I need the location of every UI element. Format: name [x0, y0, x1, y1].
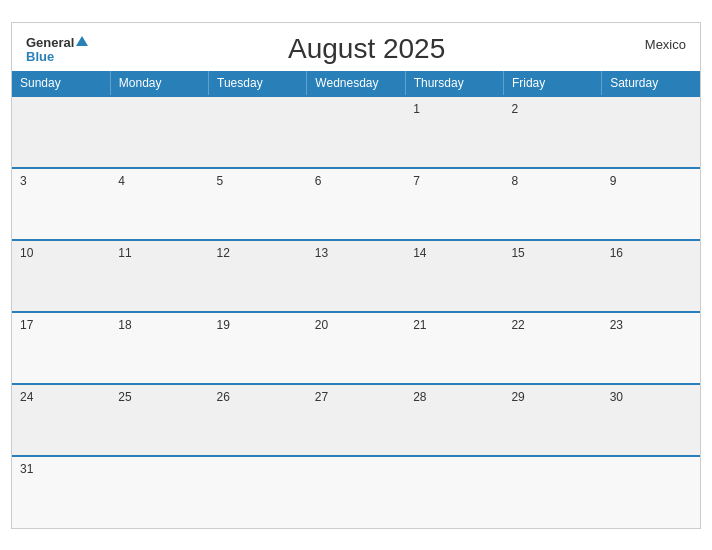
calendar-day-cell: 15 [503, 240, 601, 312]
logo-general-text: General [26, 33, 88, 51]
day-number: 29 [511, 390, 524, 404]
calendar-day-cell: 29 [503, 384, 601, 456]
calendar-day-cell: 19 [209, 312, 307, 384]
calendar-day-cell: 18 [110, 312, 208, 384]
calendar-day-cell: 27 [307, 384, 405, 456]
header-monday: Monday [110, 71, 208, 96]
calendar-week-row: 17181920212223 [12, 312, 700, 384]
day-number: 24 [20, 390, 33, 404]
calendar-day-cell [110, 456, 208, 528]
calendar-day-cell: 1 [405, 96, 503, 168]
day-number: 30 [610, 390, 623, 404]
calendar-day-cell: 7 [405, 168, 503, 240]
calendar-day-cell [110, 96, 208, 168]
day-number: 8 [511, 174, 518, 188]
calendar-day-cell: 2 [503, 96, 601, 168]
day-number: 4 [118, 174, 125, 188]
day-number: 5 [217, 174, 224, 188]
calendar-day-cell [405, 456, 503, 528]
calendar-day-cell: 21 [405, 312, 503, 384]
calendar-day-cell: 25 [110, 384, 208, 456]
day-number: 26 [217, 390, 230, 404]
calendar-day-cell: 31 [12, 456, 110, 528]
day-number: 11 [118, 246, 131, 260]
calendar-day-cell [209, 456, 307, 528]
day-number: 18 [118, 318, 131, 332]
calendar-day-cell [602, 456, 700, 528]
calendar-day-cell: 28 [405, 384, 503, 456]
calendar-day-cell: 12 [209, 240, 307, 312]
calendar-country: Mexico [645, 37, 686, 52]
logo: General Blue [26, 33, 88, 65]
calendar-day-cell: 8 [503, 168, 601, 240]
day-number: 2 [511, 102, 518, 116]
day-number: 17 [20, 318, 33, 332]
calendar-day-cell [602, 96, 700, 168]
calendar-week-row: 10111213141516 [12, 240, 700, 312]
header-thursday: Thursday [405, 71, 503, 96]
day-number: 13 [315, 246, 328, 260]
calendar-day-cell: 6 [307, 168, 405, 240]
calendar-day-cell [307, 96, 405, 168]
day-number: 25 [118, 390, 131, 404]
day-number: 14 [413, 246, 426, 260]
day-number: 9 [610, 174, 617, 188]
calendar-day-cell: 20 [307, 312, 405, 384]
day-number: 22 [511, 318, 524, 332]
weekday-header-row: Sunday Monday Tuesday Wednesday Thursday… [12, 71, 700, 96]
day-number: 27 [315, 390, 328, 404]
day-number: 19 [217, 318, 230, 332]
day-number: 21 [413, 318, 426, 332]
calendar-day-cell: 13 [307, 240, 405, 312]
calendar-day-cell [12, 96, 110, 168]
day-number: 12 [217, 246, 230, 260]
calendar-day-cell: 24 [12, 384, 110, 456]
calendar-day-cell: 5 [209, 168, 307, 240]
logo-blue-text: Blue [26, 50, 54, 64]
calendar-week-row: 12 [12, 96, 700, 168]
day-number: 28 [413, 390, 426, 404]
calendar-day-cell: 11 [110, 240, 208, 312]
calendar-day-cell: 3 [12, 168, 110, 240]
calendar-day-cell: 30 [602, 384, 700, 456]
day-number: 15 [511, 246, 524, 260]
header-saturday: Saturday [602, 71, 700, 96]
calendar-day-cell: 17 [12, 312, 110, 384]
header-tuesday: Tuesday [209, 71, 307, 96]
day-number: 16 [610, 246, 623, 260]
header-friday: Friday [503, 71, 601, 96]
day-number: 3 [20, 174, 27, 188]
calendar-day-cell: 9 [602, 168, 700, 240]
day-number: 10 [20, 246, 33, 260]
calendar-day-cell [209, 96, 307, 168]
logo-triangle-icon [76, 36, 88, 46]
calendar-grid: Sunday Monday Tuesday Wednesday Thursday… [12, 71, 700, 528]
calendar-week-row: 31 [12, 456, 700, 528]
calendar-week-row: 3456789 [12, 168, 700, 240]
day-number: 20 [315, 318, 328, 332]
day-number: 6 [315, 174, 322, 188]
day-number: 7 [413, 174, 420, 188]
calendar-day-cell: 10 [12, 240, 110, 312]
calendar-title: August 2025 [88, 33, 644, 65]
calendar-day-cell: 23 [602, 312, 700, 384]
calendar-header: General Blue August 2025 Mexico [12, 23, 700, 71]
day-number: 23 [610, 318, 623, 332]
day-number: 1 [413, 102, 420, 116]
calendar-day-cell: 26 [209, 384, 307, 456]
day-number: 31 [20, 462, 33, 476]
header-wednesday: Wednesday [307, 71, 405, 96]
calendar-day-cell [503, 456, 601, 528]
calendar-day-cell: 16 [602, 240, 700, 312]
calendar-day-cell: 4 [110, 168, 208, 240]
calendar: General Blue August 2025 Mexico Sunday M… [11, 22, 701, 529]
header-sunday: Sunday [12, 71, 110, 96]
calendar-day-cell: 14 [405, 240, 503, 312]
calendar-day-cell [307, 456, 405, 528]
calendar-week-row: 24252627282930 [12, 384, 700, 456]
calendar-day-cell: 22 [503, 312, 601, 384]
